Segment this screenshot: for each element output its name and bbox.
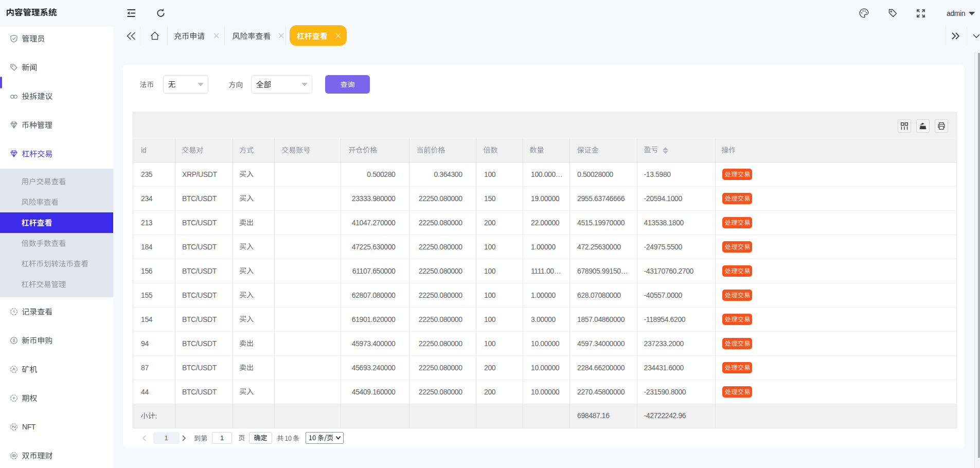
svg-text:$: $ <box>13 338 15 343</box>
